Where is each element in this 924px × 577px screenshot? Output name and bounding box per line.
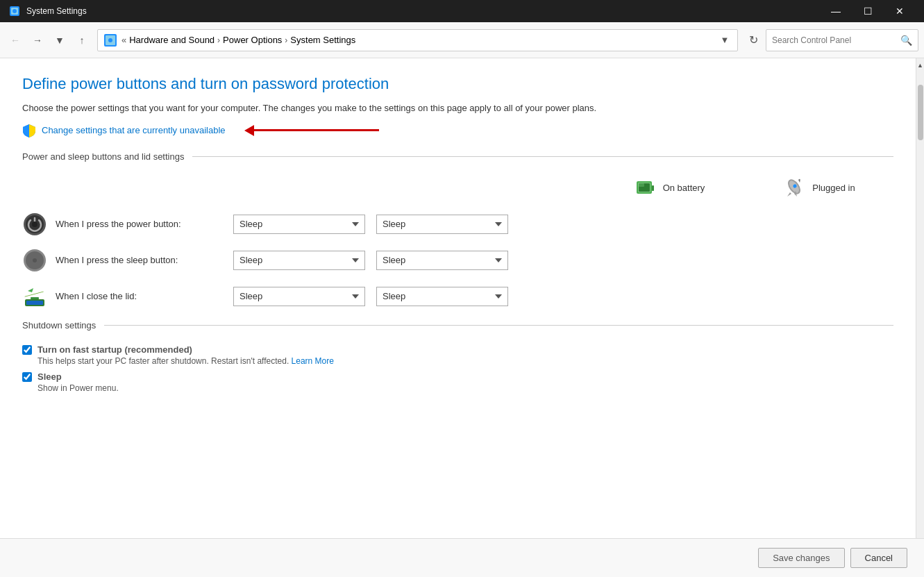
address-bar: « Hardware and Sound › Power Options › S… [97,29,738,51]
svg-rect-10 [639,183,644,187]
search-icon: 🔍 [900,35,912,46]
svg-point-16 [32,221,37,227]
svg-rect-20 [24,291,43,296]
sleep-button-dropdowns: Sleep Do nothing Hibernate Shut down Tur… [233,251,508,270]
column-headers: On battery Plugged in [22,176,893,201]
plug-icon [782,176,807,201]
plugged-in-header: Plugged in [749,176,888,201]
svg-rect-23 [31,297,39,299]
fast-startup-checkbox[interactable] [22,345,32,355]
cancel-button[interactable]: Cancel [850,548,907,568]
power-button-dropdowns: Sleep Do nothing Hibernate Shut down Tur… [233,215,508,234]
close-button[interactable]: ✕ [884,0,916,22]
forward-button[interactable]: → [28,31,47,50]
sleep-button-plugged-select[interactable]: Sleep Do nothing Hibernate Shut down Tur… [376,251,508,270]
shutdown-section-divider [104,325,893,326]
scrollbar-thumb[interactable] [918,85,923,140]
title-bar: System Settings — ☐ ✕ [0,0,924,22]
page-description: Choose the power settings that you want … [22,101,893,115]
on-battery-header: On battery [599,176,738,201]
back-button[interactable]: ← [6,31,25,50]
change-settings-row: Change settings that are currently unava… [22,124,893,137]
maximize-button[interactable]: ☐ [852,0,884,22]
battery-icon [632,176,657,201]
shutdown-section-header: Shutdown settings [22,320,893,331]
minimize-button[interactable]: — [820,0,852,22]
scrollbar[interactable]: ▲ ▼ [916,58,924,577]
svg-point-5 [108,38,112,42]
svg-rect-22 [26,301,43,305]
lid-dropdowns: Sleep Do nothing Hibernate Shut down Tur… [233,287,508,306]
shutdown-section: Shutdown settings Turn on fast startup (… [22,320,893,393]
content-area: Define power buttons and turn on passwor… [0,58,916,577]
change-settings-link[interactable]: Change settings that are currently unava… [42,125,226,135]
power-buttons-section-header: Power and sleep buttons and lid settings [22,151,893,162]
sleep-button-row: When I press the sleep button: Sleep Do … [22,242,893,278]
sleep-checkbox[interactable] [22,372,32,382]
fast-startup-row: Turn on fast startup (recommended) This … [22,344,893,366]
breadcrumb-sep-1: › [217,35,220,45]
breadcrumb-power-options[interactable]: Power Options [223,35,282,45]
app-icon [8,5,21,17]
power-button-battery-select[interactable]: Sleep Do nothing Hibernate Shut down Tur… [233,215,365,234]
settings-grid: When I press the power button: Sleep Do … [22,206,893,315]
sleep-shutdown-description: Show in Power menu. [37,383,119,393]
search-input[interactable] [772,35,896,45]
recent-locations-button[interactable]: ▼ [50,31,69,50]
sleep-item: Sleep Show in Power menu. [22,371,119,393]
svg-rect-8 [652,185,654,191]
up-button[interactable]: ↑ [72,31,92,50]
section-divider-line [192,156,893,157]
address-bar-icon [103,33,117,47]
shield-icon [22,124,36,137]
lid-row: When I close the lid: Sleep Do nothing H… [22,278,893,315]
bottom-bar: Save changes Cancel [0,538,924,577]
main-container: Define power buttons and turn on passwor… [0,58,924,577]
sleep-button-label: When I press the sleep button: [56,255,222,265]
scrollbar-up-arrow[interactable]: ▲ [916,60,925,71]
sleep-shutdown-label: Sleep [37,371,119,382]
breadcrumb-sep-2: › [285,35,287,45]
power-button-plugged-select[interactable]: Sleep Do nothing Hibernate Shut down Tur… [376,215,508,234]
page-title: Define power buttons and turn on passwor… [22,75,893,93]
power-buttons-section-title: Power and sleep buttons and lid settings [22,151,184,162]
window-controls: — ☐ ✕ [820,0,916,22]
fast-startup-learn-more[interactable]: Learn More [292,356,334,366]
lid-plugged-select[interactable]: Sleep Do nothing Hibernate Shut down Tur… [376,287,508,306]
lid-battery-select[interactable]: Sleep Do nothing Hibernate Shut down Tur… [233,287,365,306]
plugged-in-label: Plugged in [812,183,855,193]
window-title: System Settings [26,6,87,16]
navigation-bar: ← → ▼ ↑ « Hardware and Sound › Power Opt… [0,22,924,58]
bottom-spacer [22,399,893,447]
address-dropdown-button[interactable]: ▼ [718,33,732,47]
power-button-row: When I press the power button: Sleep Do … [22,206,893,242]
lid-icon [22,284,47,309]
sleep-button-battery-select[interactable]: Sleep Do nothing Hibernate Shut down Tur… [233,251,365,270]
search-box: 🔍 [766,29,918,51]
refresh-button[interactable]: ↻ [744,31,763,50]
breadcrumb-separator-start: « [121,35,126,45]
fast-startup-label: Turn on fast startup (recommended) [37,344,334,355]
sleep-label-group: Sleep Show in Power menu. [37,371,119,393]
sleep-row: Sleep Show in Power menu. [22,371,893,393]
sleep-button-icon [22,248,47,273]
breadcrumb-system-settings[interactable]: System Settings [290,35,355,45]
lid-label: When I close the lid: [56,291,222,301]
on-battery-label: On battery [663,183,705,193]
fast-startup-item: Turn on fast startup (recommended) This … [22,344,334,366]
fast-startup-description: This helps start your PC faster after sh… [37,356,334,366]
breadcrumb-path: « Hardware and Sound › Power Options › S… [121,35,714,45]
red-arrow-indicator [244,125,379,136]
fast-startup-label-group: Turn on fast startup (recommended) This … [37,344,334,366]
power-button-label: When I press the power button: [56,219,222,229]
power-button-icon [22,212,47,237]
svg-point-19 [33,258,37,262]
save-changes-button[interactable]: Save changes [758,548,844,568]
svg-point-2 [12,9,17,13]
breadcrumb-hardware-and-sound[interactable]: Hardware and Sound [129,35,215,45]
shutdown-section-title: Shutdown settings [22,320,96,331]
